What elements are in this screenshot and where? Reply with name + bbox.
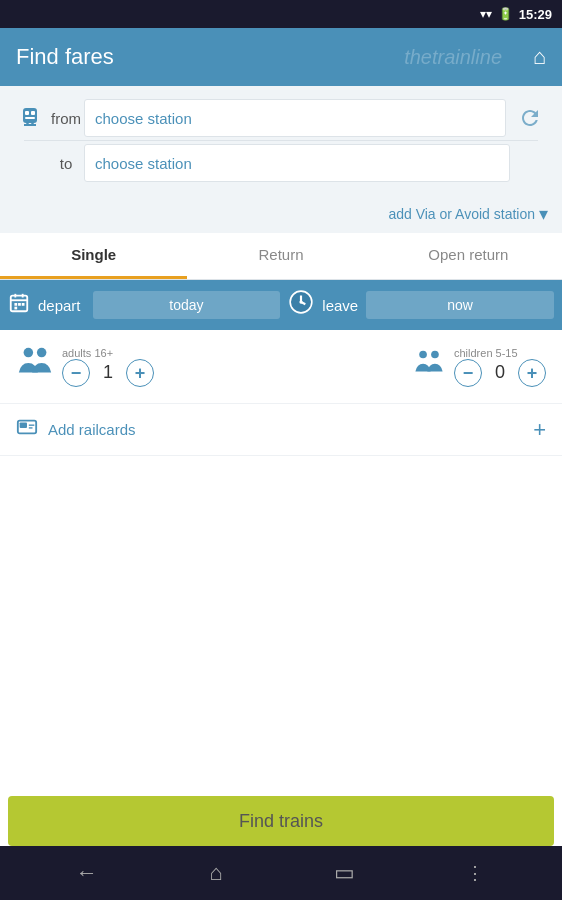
tab-single[interactable]: Single xyxy=(0,233,187,279)
more-options-button[interactable]: ⋮ xyxy=(466,862,486,884)
station-area: from choose station to choose station xyxy=(0,86,562,195)
find-trains-button[interactable]: Find trains xyxy=(8,796,554,846)
via-avoid-label: add Via or Avoid station xyxy=(388,206,535,222)
chevron-down-icon: ▾ xyxy=(539,203,548,225)
railcard-label: Add railcards xyxy=(48,421,136,438)
from-station-input[interactable]: choose station xyxy=(84,99,506,137)
status-bar: ▾▾ 🔋 15:29 xyxy=(0,0,562,28)
children-info: children 5-15 − 0 + xyxy=(454,347,546,387)
tab-open-return[interactable]: Open return xyxy=(375,233,562,279)
journey-type-tabs: Single Return Open return xyxy=(0,233,562,280)
children-plus-button[interactable]: + xyxy=(518,359,546,387)
to-label: to xyxy=(48,155,84,172)
children-stepper: − 0 + xyxy=(454,359,546,387)
watermark: thetrainline xyxy=(404,46,502,69)
children-label: children 5-15 xyxy=(454,347,546,359)
children-section: children 5-15 − 0 + xyxy=(281,346,546,387)
recents-button[interactable]: ▭ xyxy=(334,860,355,886)
adults-minus-button[interactable]: − xyxy=(62,359,90,387)
leave-label: leave xyxy=(322,297,358,314)
svg-point-20 xyxy=(37,348,47,358)
svg-rect-12 xyxy=(18,303,21,306)
svg-rect-0 xyxy=(23,108,37,123)
children-icon xyxy=(412,346,446,387)
adults-label: adults 16+ xyxy=(62,347,154,359)
adults-stepper: − 1 + xyxy=(62,359,154,387)
calendar-icon xyxy=(8,292,30,319)
to-station-placeholder: choose station xyxy=(95,155,192,172)
svg-rect-2 xyxy=(31,111,35,115)
adults-icon xyxy=(16,344,54,389)
battery-icon: 🔋 xyxy=(498,7,513,21)
page-title: Find fares xyxy=(16,44,114,70)
railcard-icon xyxy=(16,416,38,443)
depart-date-button[interactable]: today xyxy=(93,291,281,319)
svg-rect-11 xyxy=(14,303,17,306)
depart-time-button[interactable]: now xyxy=(366,291,554,319)
train-icon xyxy=(12,106,48,130)
svg-point-18 xyxy=(300,300,303,303)
depart-label: depart xyxy=(38,297,81,314)
children-minus-button[interactable]: − xyxy=(454,359,482,387)
add-railcard-button[interactable]: + xyxy=(533,417,546,443)
from-station-placeholder: choose station xyxy=(95,110,192,127)
svg-point-21 xyxy=(419,351,427,359)
depart-row: depart today leave now xyxy=(0,280,562,330)
adults-section: adults 16+ − 1 + xyxy=(16,344,281,389)
svg-rect-24 xyxy=(20,422,27,428)
home-nav-button[interactable]: ⌂ xyxy=(209,860,222,886)
svg-point-19 xyxy=(24,348,33,358)
find-trains-label: Find trains xyxy=(239,811,323,832)
via-avoid-row[interactable]: add Via or Avoid station ▾ xyxy=(0,195,562,233)
children-value: 0 xyxy=(490,362,510,383)
svg-rect-14 xyxy=(14,306,17,309)
app-header: Find fares thetrainline ⌂ xyxy=(0,28,562,86)
tab-return[interactable]: Return xyxy=(187,233,374,279)
adults-plus-button[interactable]: + xyxy=(126,359,154,387)
via-avoid-link[interactable]: add Via or Avoid station ▾ xyxy=(388,203,548,225)
home-button[interactable]: ⌂ xyxy=(533,44,546,70)
clock-time: 15:29 xyxy=(519,7,552,22)
railcard-left: Add railcards xyxy=(16,416,136,443)
passengers-row: adults 16+ − 1 + children 5-15 − 0 + xyxy=(0,330,562,404)
from-station-row: from choose station xyxy=(12,96,550,140)
adults-info: adults 16+ − 1 + xyxy=(62,347,154,387)
svg-rect-3 xyxy=(25,117,35,119)
to-station-row: to choose station xyxy=(12,141,550,185)
back-button[interactable]: ← xyxy=(76,860,98,886)
bottom-nav-bar: ← ⌂ ▭ ⋮ xyxy=(0,846,562,900)
from-label: from xyxy=(48,110,84,127)
svg-point-22 xyxy=(431,351,439,359)
main-content-area xyxy=(0,456,562,854)
to-station-input[interactable]: choose station xyxy=(84,144,510,182)
adults-value: 1 xyxy=(98,362,118,383)
svg-rect-13 xyxy=(22,303,25,306)
svg-rect-1 xyxy=(25,111,29,115)
add-railcards-row[interactable]: Add railcards + xyxy=(0,404,562,456)
clock-icon xyxy=(288,289,314,321)
swap-stations-button[interactable] xyxy=(510,99,550,137)
wifi-icon: ▾▾ xyxy=(480,7,492,21)
